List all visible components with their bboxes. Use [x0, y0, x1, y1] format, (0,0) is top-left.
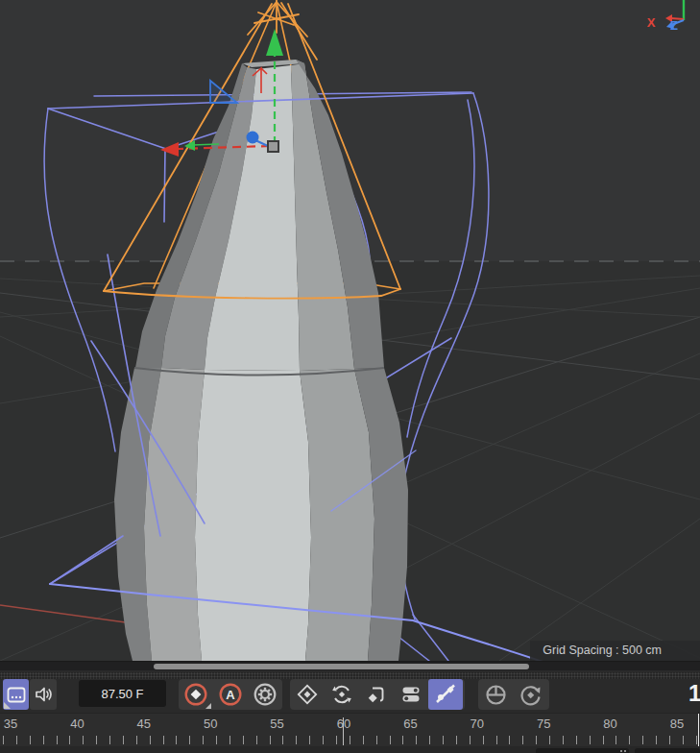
ruler-frame-label: 45: [137, 717, 151, 731]
keying-filter-group: [290, 679, 465, 710]
world-z-label: Z: [670, 18, 678, 33]
svg-text:A: A: [226, 688, 235, 702]
ruler-frame-label: 85: [670, 717, 684, 731]
viewport[interactable]: X Z Grid Spacing : 500 cm: [0, 0, 700, 661]
viewport-canvas[interactable]: X Z: [0, 0, 700, 661]
mouse-scrub-button[interactable]: [478, 679, 513, 710]
ruler-frame-label: 80: [603, 717, 616, 731]
key-rotation-icon: [330, 683, 353, 706]
key-position-icon: [296, 683, 319, 706]
ruler-frame-label: 75: [537, 717, 550, 731]
cinema4d-window: X Z Grid Spacing : 500 cm 87.50: [0, 0, 700, 753]
flyout-corner-icon: [205, 703, 211, 709]
record-button-group: A: [179, 679, 282, 710]
ruler-frame-label: 60: [337, 717, 350, 731]
key-pla-icon: [399, 683, 422, 706]
timeline-marker[interactable]: [343, 717, 344, 745]
key-parameter-button[interactable]: [359, 679, 394, 710]
keyframe-filter-icon: [434, 683, 457, 706]
world-x-label: X: [647, 15, 656, 30]
current-frame-field[interactable]: 87.50 F: [79, 680, 166, 707]
autokey-icon: A: [218, 682, 243, 707]
mouse-icon: [484, 683, 508, 707]
preview-range-row: 87.50 F 87.50 F: [0, 746, 700, 753]
keyframe-filter-button[interactable]: [428, 679, 463, 710]
toolbar-grip[interactable]: [0, 672, 700, 679]
playhead[interactable]: [698, 714, 699, 747]
loop-range-icon: [7, 687, 26, 703]
animate-mode-icon: [519, 683, 543, 707]
power-slider[interactable]: [0, 661, 700, 670]
ruler-ticks: [0, 736, 700, 744]
flyout-corner-icon: [4, 702, 11, 709]
record-keyframe-button[interactable]: [179, 679, 213, 710]
playback-options-group: [478, 679, 549, 710]
speaker-icon: [34, 686, 53, 703]
autokey-button[interactable]: A: [213, 679, 248, 710]
grid-spacing-label: Grid Spacing : 500 cm: [530, 641, 700, 661]
timeline-ruler[interactable]: 3540455055606570758085: [0, 713, 700, 746]
z-axis-knob[interactable]: [247, 132, 259, 144]
animation-toolbar: 87.50 F A: [0, 670, 700, 713]
ruler-frame-label: 40: [70, 717, 84, 731]
key-parameter-icon: [365, 683, 388, 706]
range-grip-icon[interactable]: [619, 749, 627, 753]
key-position-button[interactable]: [290, 679, 325, 710]
animate-mode-button[interactable]: [513, 679, 547, 710]
keying-settings-icon: [253, 682, 278, 707]
ruler-frame-label: 50: [204, 717, 217, 731]
range-start-field[interactable]: 87.50 F: [536, 748, 629, 753]
loop-range-button[interactable]: [3, 679, 29, 710]
object-axis-line: [192, 144, 219, 145]
ruler-frame-label: 35: [4, 717, 17, 731]
ruler-frame-label: 70: [471, 717, 484, 731]
clipped-frame-digit: 1: [688, 678, 700, 709]
key-pla-button[interactable]: [394, 679, 428, 710]
ruler-frame-label: 65: [403, 717, 417, 731]
sound-button[interactable]: [30, 679, 57, 710]
ruler-labels: 3540455055606570758085: [0, 717, 700, 733]
key-rotation-button[interactable]: [325, 679, 359, 710]
ruler-frame-label: 55: [270, 717, 283, 731]
range-end-field[interactable]: 87.50 F: [635, 748, 700, 753]
keying-settings-button[interactable]: [248, 679, 282, 710]
gizmo-origin-handle[interactable]: [268, 141, 278, 152]
preview-range-bar[interactable]: [154, 664, 529, 669]
